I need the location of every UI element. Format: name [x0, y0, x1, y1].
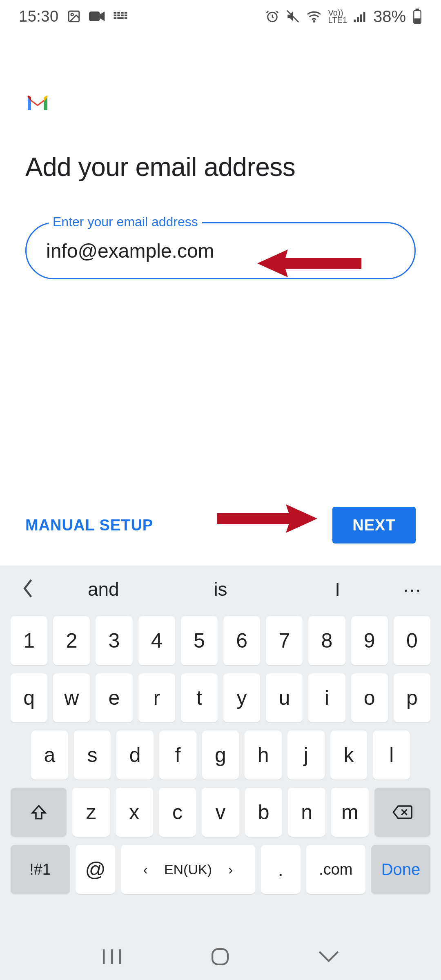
key-g[interactable]: g — [202, 731, 239, 780]
svg-point-16 — [313, 21, 314, 22]
alarm-icon — [265, 9, 279, 23]
key-7[interactable]: 7 — [266, 616, 303, 665]
suggestion-back-icon[interactable] — [12, 579, 45, 600]
signal-icon — [354, 11, 367, 22]
volte-indicator: Vo)) LTE1 — [328, 9, 347, 24]
key-v[interactable]: v — [202, 788, 239, 837]
video-icon — [89, 10, 105, 22]
chevron-right-icon: › — [228, 862, 233, 878]
key-h[interactable]: h — [245, 731, 282, 780]
key-c[interactable]: c — [159, 788, 196, 837]
battery-percent: 38% — [373, 7, 406, 26]
key-2[interactable]: 2 — [53, 616, 90, 665]
key-row-a: a s d f g h j k l — [11, 731, 430, 780]
key-a[interactable]: a — [31, 731, 68, 780]
key-8[interactable]: 8 — [308, 616, 345, 665]
key-period[interactable]: . — [261, 845, 301, 894]
recents-button[interactable] — [101, 948, 123, 966]
svg-point-1 — [71, 13, 74, 16]
svg-rect-11 — [114, 17, 116, 19]
back-button[interactable] — [317, 949, 340, 964]
svg-rect-13 — [124, 17, 127, 19]
key-row-z: z x c v b n m — [11, 788, 430, 837]
key-0[interactable]: 0 — [394, 616, 430, 665]
key-i[interactable]: i — [308, 673, 345, 722]
key-q[interactable]: q — [11, 673, 47, 722]
page-title: Add your email address — [25, 152, 416, 182]
mute-icon — [286, 9, 300, 23]
key-m[interactable]: m — [331, 788, 369, 837]
key-6[interactable]: 6 — [223, 616, 260, 665]
key-f[interactable]: f — [159, 731, 196, 780]
key-row-q: q w e r t y u i o p — [11, 673, 430, 722]
suggestion-2[interactable]: is — [162, 578, 279, 600]
key-u[interactable]: u — [266, 673, 303, 722]
suggestion-bar: and is I ··· — [0, 566, 441, 613]
key-r[interactable]: r — [138, 673, 175, 722]
suggestion-3[interactable]: I — [279, 578, 396, 600]
symbols-key[interactable]: !#1 — [11, 845, 70, 894]
svg-rect-18 — [357, 17, 359, 22]
email-field[interactable]: Enter your email address — [25, 222, 416, 279]
key-o[interactable]: o — [351, 673, 388, 722]
email-field-label: Enter your email address — [49, 214, 202, 229]
status-time: 15:30 — [19, 8, 59, 25]
key-n[interactable]: n — [288, 788, 325, 837]
keyboard-icon — [114, 12, 127, 21]
key-w[interactable]: w — [53, 673, 90, 722]
key-3[interactable]: 3 — [96, 616, 132, 665]
key-com[interactable]: .com — [306, 845, 365, 894]
suggestion-1[interactable]: and — [45, 578, 162, 600]
svg-rect-10 — [124, 15, 127, 16]
svg-rect-3 — [114, 12, 116, 13]
suggestion-more-icon[interactable]: ··· — [396, 578, 429, 600]
svg-rect-9 — [121, 15, 124, 16]
key-d[interactable]: d — [116, 731, 154, 780]
email-input[interactable] — [27, 223, 414, 278]
key-s[interactable]: s — [74, 731, 111, 780]
home-button[interactable] — [210, 947, 230, 967]
svg-rect-7 — [114, 15, 116, 16]
svg-rect-12 — [117, 17, 123, 19]
key-x[interactable]: x — [116, 788, 153, 837]
key-t[interactable]: t — [181, 673, 218, 722]
key-b[interactable]: b — [245, 788, 283, 837]
content: Add your email address Enter your email … — [0, 33, 441, 279]
image-icon — [67, 9, 81, 23]
key-5[interactable]: 5 — [181, 616, 218, 665]
key-row-num: 1 2 3 4 5 6 7 8 9 0 — [11, 616, 430, 665]
svg-rect-27 — [212, 949, 228, 964]
svg-rect-20 — [363, 12, 365, 22]
svg-rect-17 — [354, 20, 356, 22]
svg-rect-8 — [117, 15, 120, 16]
space-key[interactable]: ‹ EN(UK) › — [121, 845, 255, 894]
gmail-logo-icon — [25, 94, 416, 113]
key-p[interactable]: p — [394, 673, 430, 722]
svg-rect-2 — [89, 11, 100, 21]
key-4[interactable]: 4 — [138, 616, 175, 665]
manual-setup-button[interactable]: MANUAL SETUP — [25, 517, 153, 534]
key-k[interactable]: k — [330, 731, 368, 780]
key-j[interactable]: j — [287, 731, 325, 780]
backspace-key[interactable] — [374, 788, 430, 837]
key-1[interactable]: 1 — [11, 616, 47, 665]
next-button[interactable]: NEXT — [332, 507, 416, 543]
done-key[interactable]: Done — [371, 845, 430, 894]
key-at[interactable]: @ — [76, 845, 115, 894]
key-e[interactable]: e — [96, 673, 132, 722]
svg-rect-4 — [117, 12, 120, 13]
chevron-left-icon: ‹ — [143, 862, 148, 878]
key-row-bottom: !#1 @ ‹ EN(UK) › . .com Done — [11, 845, 430, 894]
key-l[interactable]: l — [373, 731, 410, 780]
key-y[interactable]: y — [223, 673, 260, 722]
action-row: MANUAL SETUP NEXT — [25, 507, 416, 543]
key-z[interactable]: z — [72, 788, 110, 837]
svg-rect-5 — [121, 12, 124, 13]
soft-keyboard: and is I ··· 1 2 3 4 5 6 7 8 9 0 q w — [0, 566, 441, 980]
status-bar: 15:30 — [0, 0, 441, 33]
svg-rect-19 — [360, 14, 362, 22]
shift-key[interactable] — [11, 788, 67, 837]
keyboard-lang: EN(UK) — [164, 862, 212, 878]
key-9[interactable]: 9 — [351, 616, 388, 665]
wifi-icon — [306, 10, 322, 22]
